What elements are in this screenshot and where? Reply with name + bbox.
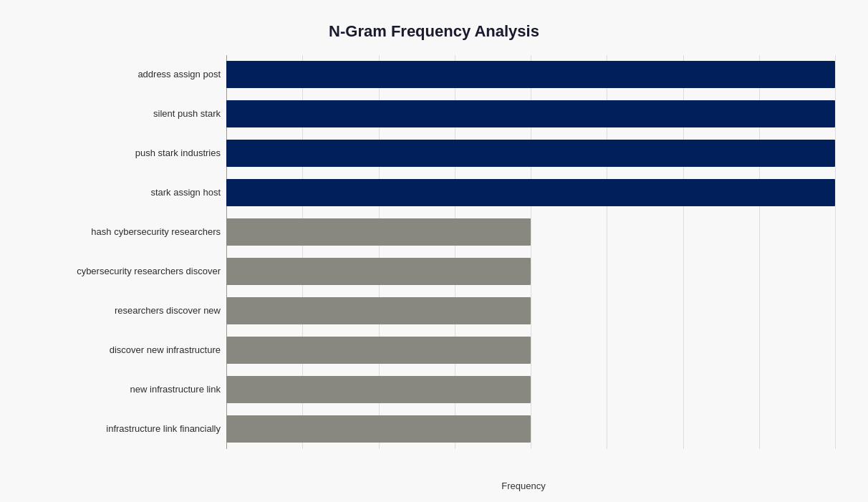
bar-row <box>226 216 835 248</box>
bar-row <box>226 412 835 445</box>
y-label: address assign post <box>33 69 221 80</box>
y-label: hash cybersecurity researchers <box>33 226 221 238</box>
grid-line <box>835 55 836 449</box>
y-labels: address assign postsilent push starkpush… <box>33 55 226 449</box>
chart-area: address assign postsilent push starkpush… <box>33 55 835 449</box>
y-label: discover new infrastructure <box>33 344 221 356</box>
bar-stark-assign-host <box>226 179 835 206</box>
bar-cybersecurity-researchers-discover <box>226 258 531 285</box>
bars-section <box>226 55 835 449</box>
y-label: researchers discover new <box>33 305 221 317</box>
bar-row <box>226 176 835 209</box>
bar-row <box>226 294 835 327</box>
bar-infrastructure-link-financially <box>226 415 531 443</box>
bar-row <box>226 255 835 288</box>
bar-silent-push-stark <box>226 100 835 127</box>
y-label: infrastructure link financially <box>33 423 221 435</box>
bar-row <box>226 334 835 367</box>
y-label: stark assign host <box>33 187 221 198</box>
y-label: push stark industries <box>33 148 221 159</box>
bar-push-stark-industries <box>226 140 835 167</box>
y-label: cybersecurity researchers discover <box>33 266 221 277</box>
bar-new-infrastructure-link <box>226 376 531 403</box>
y-label: silent push stark <box>33 108 221 120</box>
chart-title: N-Gram Frequency Analysis <box>33 22 835 41</box>
bar-row <box>226 58 835 91</box>
chart-container: N-Gram Frequency Analysis address assign… <box>19 8 849 495</box>
bar-row <box>226 137 835 170</box>
bar-row <box>226 97 835 130</box>
bar-address-assign-post <box>226 61 835 88</box>
bar-hash-cybersecurity-researchers <box>226 218 531 246</box>
bar-researchers-discover-new <box>226 297 531 324</box>
bar-row <box>226 373 835 406</box>
y-label: new infrastructure link <box>33 384 221 395</box>
bar-discover-new-infrastructure <box>226 337 531 364</box>
x-axis-label: Frequency <box>212 481 835 491</box>
